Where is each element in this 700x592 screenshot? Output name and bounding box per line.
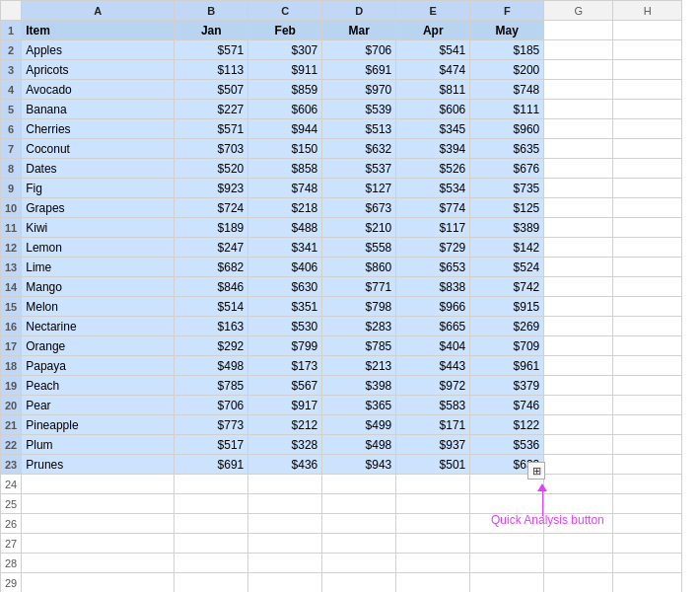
cell-d[interactable]: $943: [322, 455, 396, 475]
cell-b[interactable]: $571: [175, 40, 248, 60]
cell-item[interactable]: Papaya: [22, 356, 175, 376]
cell-f[interactable]: $524: [470, 258, 544, 277]
cell-f[interactable]: $111: [470, 100, 544, 119]
cell-f[interactable]: $961: [470, 356, 544, 376]
cell-d[interactable]: $539: [322, 100, 396, 119]
cell-e[interactable]: $729: [396, 238, 470, 258]
empty-cell[interactable]: [322, 534, 396, 554]
cell-g[interactable]: [544, 198, 613, 218]
cell-b[interactable]: $113: [175, 60, 248, 80]
cell-d[interactable]: $691: [322, 60, 396, 80]
cell-h[interactable]: [613, 455, 682, 475]
cell-c[interactable]: $328: [248, 435, 322, 455]
cell-c[interactable]: $911: [248, 60, 322, 80]
cell-g[interactable]: [544, 21, 613, 40]
cell-e[interactable]: $345: [396, 119, 470, 139]
cell-b[interactable]: $691: [175, 455, 248, 475]
empty-cell[interactable]: [22, 573, 175, 593]
cell-item[interactable]: Avocado: [22, 80, 175, 100]
empty-cell[interactable]: [322, 494, 396, 514]
cell-item[interactable]: Banana: [22, 100, 175, 119]
cell-g[interactable]: [544, 396, 613, 415]
cell-f[interactable]: $742: [470, 277, 544, 297]
empty-cell[interactable]: [22, 475, 175, 494]
cell-f[interactable]: $185: [470, 40, 544, 60]
cell-c[interactable]: $917: [248, 396, 322, 415]
empty-cell[interactable]: [396, 475, 470, 494]
cell-item[interactable]: Kiwi: [22, 218, 175, 238]
cell-b[interactable]: $163: [175, 317, 248, 336]
cell-e[interactable]: $394: [396, 139, 470, 159]
cell-g[interactable]: [544, 238, 613, 258]
empty-cell[interactable]: [396, 534, 470, 554]
empty-cell[interactable]: [613, 554, 682, 573]
cell-h[interactable]: [613, 60, 682, 80]
cell-g[interactable]: [544, 415, 613, 435]
cell-d[interactable]: $283: [322, 317, 396, 336]
empty-cell[interactable]: [248, 514, 322, 534]
empty-cell[interactable]: [175, 475, 248, 494]
cell-g[interactable]: [544, 455, 613, 475]
cell-e[interactable]: $811: [396, 80, 470, 100]
cell-d[interactable]: $785: [322, 336, 396, 356]
cell-d[interactable]: $673: [322, 198, 396, 218]
cell-f[interactable]: $915: [470, 297, 544, 317]
cell-item[interactable]: Item: [22, 21, 175, 40]
cell-d[interactable]: $498: [322, 435, 396, 455]
cell-d[interactable]: $860: [322, 258, 396, 277]
cell-e[interactable]: $665: [396, 317, 470, 336]
cell-b[interactable]: $247: [175, 238, 248, 258]
cell-f[interactable]: $200: [470, 60, 544, 80]
empty-cell[interactable]: [248, 494, 322, 514]
cell-d[interactable]: $398: [322, 376, 396, 396]
cell-h[interactable]: [613, 336, 682, 356]
cell-g[interactable]: [544, 317, 613, 336]
empty-cell[interactable]: [175, 534, 248, 554]
cell-e[interactable]: $583: [396, 396, 470, 415]
cell-c[interactable]: $212: [248, 415, 322, 435]
cell-c[interactable]: $530: [248, 317, 322, 336]
cell-d[interactable]: $127: [322, 179, 396, 198]
cell-d[interactable]: $513: [322, 119, 396, 139]
cell-d[interactable]: $213: [322, 356, 396, 376]
cell-f[interactable]: $536: [470, 435, 544, 455]
empty-cell[interactable]: [396, 554, 470, 573]
cell-f[interactable]: $960: [470, 119, 544, 139]
empty-cell[interactable]: [544, 534, 613, 554]
cell-h[interactable]: [613, 159, 682, 179]
cell-b[interactable]: $517: [175, 435, 248, 455]
cell-d[interactable]: Mar: [322, 21, 396, 40]
cell-item[interactable]: Pear: [22, 396, 175, 415]
empty-cell[interactable]: [470, 494, 544, 514]
cell-e[interactable]: $541: [396, 40, 470, 60]
cell-c[interactable]: $630: [248, 277, 322, 297]
cell-g[interactable]: [544, 218, 613, 238]
empty-cell[interactable]: [613, 475, 682, 494]
cell-b[interactable]: $292: [175, 336, 248, 356]
cell-e[interactable]: $534: [396, 179, 470, 198]
cell-c[interactable]: $218: [248, 198, 322, 218]
cell-f[interactable]: $635: [470, 139, 544, 159]
cell-h[interactable]: [613, 218, 682, 238]
cell-e[interactable]: $404: [396, 336, 470, 356]
cell-f[interactable]: $676: [470, 159, 544, 179]
cell-d[interactable]: $499: [322, 415, 396, 435]
cell-b[interactable]: $923: [175, 179, 248, 198]
cell-g[interactable]: [544, 376, 613, 396]
cell-f[interactable]: $269: [470, 317, 544, 336]
col-header-d[interactable]: D: [322, 1, 396, 21]
cell-g[interactable]: [544, 119, 613, 139]
cell-d[interactable]: $970: [322, 80, 396, 100]
empty-cell[interactable]: [544, 475, 613, 494]
empty-cell[interactable]: [22, 554, 175, 573]
col-header-b[interactable]: B: [175, 1, 248, 21]
cell-item[interactable]: Mango: [22, 277, 175, 297]
cell-h[interactable]: [613, 198, 682, 218]
cell-e[interactable]: $526: [396, 159, 470, 179]
cell-b[interactable]: $227: [175, 100, 248, 119]
cell-b[interactable]: $703: [175, 139, 248, 159]
cell-c[interactable]: $488: [248, 218, 322, 238]
cell-h[interactable]: [613, 356, 682, 376]
cell-g[interactable]: [544, 139, 613, 159]
cell-item[interactable]: Cherries: [22, 119, 175, 139]
